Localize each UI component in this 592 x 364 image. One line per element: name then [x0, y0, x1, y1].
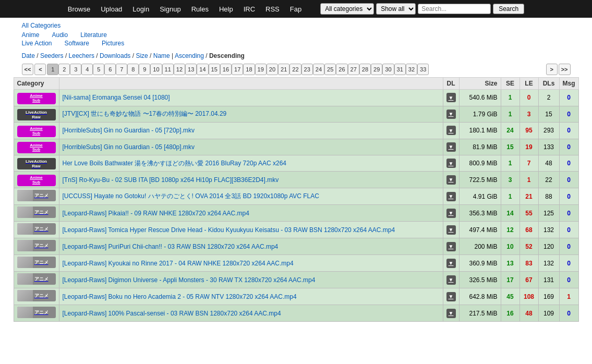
download-button[interactable]: ▼ — [446, 142, 456, 152]
page-12[interactable]: 12 — [174, 64, 185, 75]
cat-all-link[interactable]: All Categories — [22, 22, 61, 29]
page-25[interactable]: 25 — [324, 64, 336, 75]
download-button[interactable]: ▼ — [446, 126, 456, 135]
nav-signup[interactable]: Signup — [160, 5, 180, 13]
sort-descending[interactable]: Descending — [209, 52, 245, 59]
page-7[interactable]: 7 — [116, 64, 127, 75]
page-33[interactable]: 33 — [417, 64, 429, 75]
page-26[interactable]: 26 — [336, 64, 347, 75]
download-button[interactable]: ▼ — [446, 93, 456, 102]
cat-badge-animeraw[interactable]: アニメ — [17, 240, 56, 251]
torrent-name-link[interactable]: [Leopard-Raws] Pikaia!! - 09 RAW NHKE 12… — [63, 210, 249, 217]
page-32[interactable]: 32 — [406, 64, 417, 75]
download-button[interactable]: ▼ — [446, 209, 456, 218]
torrent-name-link[interactable]: [Leopard-Raws] 100% Pascal-sensei - 03 R… — [63, 310, 281, 317]
search-button[interactable]: Search — [493, 4, 524, 14]
download-button[interactable]: ▼ — [446, 292, 456, 301]
show-select[interactable]: Show all — [376, 3, 416, 15]
sort-downloads[interactable]: Downloads — [100, 52, 130, 59]
page-4[interactable]: 4 — [81, 64, 93, 75]
search-input[interactable] — [418, 4, 491, 14]
nav-rss[interactable]: RSS — [265, 5, 280, 13]
nav-fap[interactable]: Fap — [290, 5, 301, 13]
page-last[interactable]: >> — [559, 64, 571, 75]
page-31[interactable]: 31 — [394, 64, 406, 75]
download-button[interactable]: ▼ — [446, 242, 456, 251]
torrent-name-link[interactable]: [JTV][CX] 世にも奇妙な物語 〜17春の特別編〜 2017.04.29 — [63, 110, 227, 117]
page-next[interactable]: > — [546, 64, 558, 75]
page-15[interactable]: 15 — [209, 64, 220, 75]
page-27[interactable]: 27 — [348, 64, 359, 75]
cat-badge-liveaction[interactable]: LiveActionRaw — [17, 158, 56, 169]
torrent-name-link[interactable]: [HorribleSubs] Gin no Guardian - 05 [480… — [63, 143, 195, 151]
page-1[interactable]: 1 — [47, 64, 58, 75]
torrent-name-link[interactable]: [Leopard-Raws] Boku no Hero Academia 2 -… — [63, 293, 297, 300]
download-button[interactable]: ▼ — [446, 259, 456, 268]
nav-browse[interactable]: Browse — [68, 5, 90, 13]
torrent-name-link[interactable]: Her Love Boils Bathwater 湯を沸かすほどの熱い愛 201… — [63, 160, 287, 167]
page-13[interactable]: 13 — [185, 64, 197, 75]
download-button[interactable]: ▼ — [446, 275, 456, 285]
download-button[interactable]: ▼ — [446, 159, 456, 168]
torrent-name-link[interactable]: [Nii-sama] Eromanga Sensei 04 [1080] — [63, 94, 170, 101]
page-9[interactable]: 9 — [139, 64, 150, 75]
sort-leechers[interactable]: Leechers — [69, 52, 94, 59]
cat-badge-animeraw[interactable]: アニメ — [17, 207, 56, 218]
cat-badge-animeraw[interactable]: アニメ — [17, 190, 56, 201]
torrent-name-link[interactable]: [Leopard-Raws] Tomica Hyper Rescue Drive… — [63, 226, 395, 234]
torrent-name-link[interactable]: [Leopard-Raws] Digimon Universe - Appli … — [63, 276, 316, 284]
cat-liveaction[interactable]: Live Action — [22, 40, 52, 47]
cat-badge-animeraw[interactable]: アニメ — [17, 307, 56, 318]
page-17[interactable]: 17 — [232, 64, 243, 75]
cat-badge-animesub[interactable]: AnimeSub — [17, 93, 56, 104]
page-11[interactable]: 11 — [162, 64, 174, 75]
cat-anime[interactable]: Anime — [22, 31, 40, 39]
page-30[interactable]: 30 — [382, 64, 394, 75]
cat-literature[interactable]: Literature — [80, 31, 107, 39]
cat-badge-animesub[interactable]: AnimeSub — [17, 175, 56, 186]
sort-date[interactable]: Date — [22, 52, 35, 59]
cat-audio[interactable]: Audio — [52, 31, 68, 39]
page-first[interactable]: << — [22, 64, 34, 75]
sort-ascending[interactable]: Ascending — [175, 52, 204, 59]
page-29[interactable]: 29 — [371, 64, 382, 75]
sort-size[interactable]: Size — [136, 52, 148, 59]
page-2[interactable]: 2 — [58, 64, 70, 75]
nav-upload[interactable]: Upload — [101, 5, 122, 13]
page-21[interactable]: 21 — [278, 64, 289, 75]
page-prev[interactable]: < — [34, 64, 46, 75]
cat-badge-animeraw[interactable]: アニメ — [17, 273, 56, 285]
page-14[interactable]: 14 — [197, 64, 208, 75]
page-10[interactable]: 10 — [150, 64, 162, 75]
page-5[interactable]: 5 — [93, 64, 104, 75]
nav-rules[interactable]: Rules — [191, 5, 209, 13]
page-6[interactable]: 6 — [104, 64, 116, 75]
download-button[interactable]: ▼ — [446, 309, 456, 318]
page-24[interactable]: 24 — [313, 64, 324, 75]
torrent-name-link[interactable]: [Leopard-Raws] Kyoukai no Rinne 2017 - 0… — [63, 260, 294, 267]
cat-badge-animeraw[interactable]: アニメ — [17, 257, 56, 268]
cat-badge-liveaction[interactable]: LiveActionRaw — [17, 109, 56, 120]
page-20[interactable]: 20 — [267, 64, 278, 75]
cat-software[interactable]: Software — [65, 40, 89, 47]
cat-pictures[interactable]: Pictures — [102, 40, 124, 47]
download-button[interactable]: ▼ — [446, 175, 456, 185]
page-18[interactable]: 18 — [243, 64, 255, 75]
cat-badge-animeraw[interactable]: アニメ — [17, 223, 56, 235]
page-16[interactable]: 16 — [220, 64, 232, 75]
nav-login[interactable]: Login — [132, 5, 149, 13]
page-28[interactable]: 28 — [359, 64, 371, 75]
download-button[interactable]: ▼ — [446, 192, 456, 201]
torrent-name-link[interactable]: [UCCUSS] Hayate no Gotoku! ハヤテのごとく! OVA … — [63, 192, 319, 200]
torrent-name-link[interactable]: [TnS] Ro-Kyu-Bu - 02 SUB ITA [BD 1080p x… — [63, 176, 279, 184]
torrent-name-link[interactable]: [Leopard-Raws] PuriPuri Chii-chan!! - 03… — [63, 243, 279, 250]
page-3[interactable]: 3 — [70, 64, 81, 75]
page-8[interactable]: 8 — [127, 64, 139, 75]
category-select[interactable]: All categories — [320, 3, 374, 15]
download-button[interactable]: ▼ — [446, 225, 456, 235]
torrent-name-link[interactable]: [HorribleSubs] Gin no Guardian - 05 [720… — [63, 127, 195, 134]
cat-badge-animesub[interactable]: AnimeSub — [17, 126, 56, 137]
download-button[interactable]: ▼ — [446, 110, 456, 119]
page-19[interactable]: 19 — [255, 64, 267, 75]
cat-badge-animeraw[interactable]: アニメ — [17, 290, 56, 301]
